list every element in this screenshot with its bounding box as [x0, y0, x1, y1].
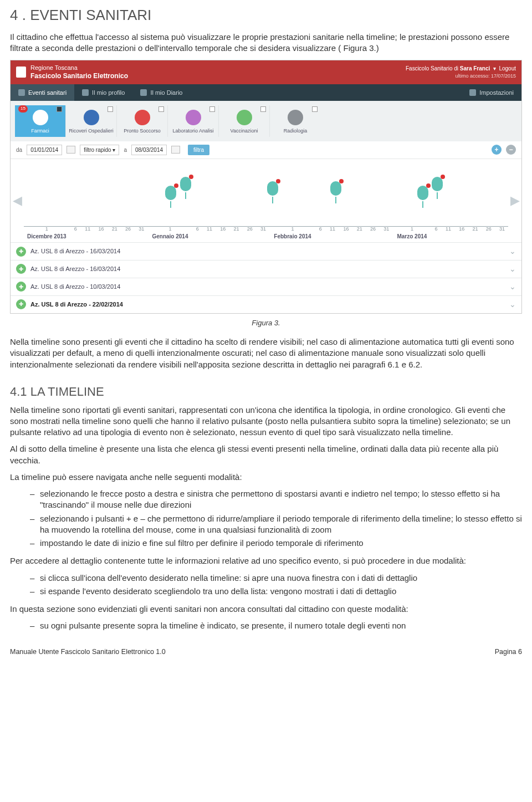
timeline-next-arrow[interactable]: ▶	[508, 159, 521, 242]
calendar-icon[interactable]	[171, 146, 180, 154]
paragraph: Al di sotto della timeline è presente un…	[10, 443, 522, 466]
timeline-tick: 16	[459, 226, 464, 240]
tab-mio-diario[interactable]: Il mio Diario	[132, 84, 190, 101]
date-from-input[interactable]: 01/01/2014	[27, 145, 62, 156]
event-row[interactable]: ✚Az. USL 8 di Arezzo - 16/03/2014⌄	[11, 242, 521, 260]
footer-left: Manuale Utente Fascicolo Sanitario Elett…	[10, 647, 166, 657]
filter-checkbox[interactable]	[209, 106, 215, 112]
filter-ricoveri[interactable]: Ricoveri Ospedalieri	[66, 105, 117, 136]
timeline-tick: 11	[446, 226, 451, 240]
filter-radiologia[interactable]: Radiologia	[270, 105, 321, 136]
page-footer: Manuale Utente Fascicolo Sanitario Elett…	[10, 647, 522, 657]
header-last-access: ultimo accesso: 17/07/2015	[406, 73, 516, 79]
chevron-down-icon[interactable]: ▾	[493, 65, 496, 71]
filter-checkbox[interactable]	[108, 106, 113, 112]
tab-bar: Eventi sanitari Il mio profilo Il mio Di…	[11, 84, 521, 101]
calendar-icon[interactable]	[66, 146, 75, 154]
timeline-tick: 16	[220, 226, 226, 240]
timeline-event-marker[interactable]	[164, 185, 177, 201]
filter-checkbox[interactable]	[260, 106, 266, 112]
paragraph: Nella timeline sono presenti gli eventi …	[10, 336, 522, 370]
event-row[interactable]: ✚Az. USL 8 di Arezzo - 16/03/2014⌄	[11, 260, 521, 278]
timeline-event-marker[interactable]	[416, 185, 429, 201]
event-type-icon: ✚	[16, 264, 26, 274]
paragraph: Per accedere al dettaglio contenente tut…	[10, 555, 522, 566]
paragraph: La timeline può essere navigata anche ne…	[10, 472, 522, 483]
timeline-month-label: Febbraio 2014	[274, 233, 311, 239]
timeline-event-marker[interactable]	[431, 176, 444, 192]
filter-vaccinazioni[interactable]: Vaccinazioni	[219, 105, 270, 136]
tab-impostazioni[interactable]: Impostazioni	[462, 84, 521, 101]
footer-right: Pagina 6	[495, 647, 522, 657]
date-to-input[interactable]: 08/03/2014	[131, 145, 167, 156]
event-type-icon: ✚	[16, 282, 26, 292]
timeline-prev-arrow[interactable]: ◀	[11, 159, 24, 242]
timeline-month-label: Marzo 2014	[397, 233, 427, 239]
filter-cards-row: 15 Farmaci Ricoveri Ospedalieri Pronto S…	[11, 101, 521, 141]
zoom-in-button[interactable]: +	[492, 145, 502, 155]
event-row[interactable]: ✚Az. USL 8 di Arezzo - 22/02/2014⌄	[11, 295, 521, 313]
filtra-button[interactable]: filtra	[188, 145, 209, 156]
timeline-tick: 21	[112, 226, 117, 240]
list-item: si espande l'evento desiderato scegliend…	[30, 586, 522, 597]
emergency-icon	[135, 110, 150, 125]
timeline-markers	[24, 170, 508, 209]
timeline-tick: 21	[357, 226, 362, 240]
tab-mio-profilo[interactable]: Il mio profilo	[74, 84, 132, 101]
page-title: 4 . EVENTI SANITARI	[10, 6, 522, 25]
list-item: su ogni pulsante presente sopra la timel…	[30, 620, 522, 631]
tab-eventi-sanitari[interactable]: Eventi sanitari	[11, 84, 74, 101]
header-region: Regione Toscana	[30, 64, 128, 72]
event-row[interactable]: ✚Az. USL 8 di Arezzo - 10/03/2014⌄	[11, 278, 521, 295]
rapid-filter-select[interactable]: filtro rapido ▾	[80, 145, 119, 156]
chevron-down-icon[interactable]: ⌄	[509, 264, 516, 274]
date-filter-bar: da 01/01/2014 filtro rapido ▾ a 08/03/20…	[11, 141, 521, 160]
unread-dot-icon	[426, 183, 431, 188]
gear-icon	[469, 89, 476, 96]
timeline-tick: 31	[499, 226, 505, 240]
filter-laboratorio[interactable]: Laboratorio Analisi	[168, 105, 219, 136]
timeline-tick: 16	[98, 226, 104, 240]
event-row-text: Az. USL 8 di Arezzo - 22/02/2014	[30, 300, 509, 309]
event-row-text: Az. USL 8 di Arezzo - 16/03/2014	[30, 247, 509, 256]
timeline-tick: 11	[207, 226, 212, 240]
diary-icon	[140, 89, 147, 96]
timeline-month-label: Gennaio 2014	[152, 233, 188, 239]
timeline-tick: 6	[319, 226, 322, 240]
paragraph: In questa sezione sono evidenziati gli e…	[10, 604, 522, 615]
filter-checkbox[interactable]	[158, 106, 164, 112]
timeline-tick: 6	[435, 226, 438, 240]
event-row-text: Az. USL 8 di Arezzo - 10/03/2014	[30, 283, 509, 291]
profile-icon	[82, 89, 89, 96]
zoom-out-button[interactable]: −	[506, 145, 516, 155]
filter-checkbox[interactable]	[57, 106, 62, 112]
timeline-event-marker[interactable]	[266, 180, 279, 197]
bullet-list: su ogni pulsante presente sopra la timel…	[10, 620, 522, 631]
timeline-tick: 11	[330, 226, 335, 240]
figure-caption: Figura 3.	[10, 318, 522, 328]
label-da: da	[16, 146, 22, 154]
logout-link[interactable]: Logout	[499, 65, 516, 71]
timeline-month-label: Dicembre 2013	[27, 233, 66, 239]
chevron-down-icon[interactable]: ⌄	[509, 299, 516, 310]
chevron-down-icon[interactable]: ⌄	[509, 282, 516, 292]
event-row-text: Az. USL 8 di Arezzo - 16/03/2014	[30, 265, 509, 273]
timeline-tick: 11	[85, 226, 90, 240]
pulse-icon	[18, 89, 25, 96]
timeline-event-marker[interactable]	[329, 180, 342, 197]
radiology-icon	[288, 110, 303, 125]
filter-farmaci[interactable]: 15 Farmaci	[15, 105, 66, 136]
tab-label: Il mio profilo	[92, 89, 125, 97]
filter-pronto-soccorso[interactable]: Pronto Soccorso	[117, 105, 168, 136]
chevron-down-icon[interactable]: ⌄	[509, 246, 516, 257]
timeline: ◀ 1Dicembre 2013611162126311Gennaio 2014…	[11, 159, 521, 242]
filter-checkbox[interactable]	[312, 106, 318, 112]
timeline-tick: 1Dicembre 2013	[27, 226, 66, 240]
timeline-tick: 6	[196, 226, 199, 240]
timeline-event-marker[interactable]	[179, 176, 192, 192]
filter-label: Ricoveri Ospedalieri	[67, 127, 115, 134]
filter-label: Farmaci	[16, 127, 64, 134]
hospital-icon	[84, 110, 99, 125]
filter-label: Laboratorio Analisi	[169, 127, 217, 134]
list-item: selezionando i pulsanti + e – che permet…	[30, 513, 522, 536]
